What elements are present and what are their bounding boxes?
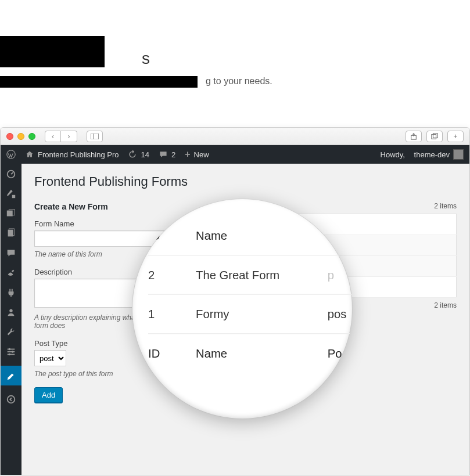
new-tab-button[interactable]: + — [447, 131, 464, 142]
svg-rect-0 — [91, 134, 98, 139]
svg-point-5 — [7, 150, 15, 158]
avatar — [453, 149, 464, 160]
close-window-button[interactable] — [6, 133, 13, 140]
menu-collapse[interactable] — [5, 394, 17, 405]
add-button[interactable]: Add — [34, 387, 63, 403]
minimize-window-button[interactable] — [17, 133, 24, 140]
comment-icon — [159, 150, 168, 159]
menu-pages[interactable] — [5, 228, 17, 239]
updates-link[interactable]: 14 — [128, 150, 149, 159]
menu-tools[interactable] — [5, 326, 17, 338]
menu-comments[interactable] — [5, 247, 17, 259]
menu-posts[interactable] — [5, 188, 17, 200]
back-button[interactable]: ‹ — [45, 131, 61, 142]
menu-users[interactable] — [5, 306, 17, 318]
traffic-lights — [6, 133, 35, 140]
updates-icon — [128, 150, 137, 159]
svg-rect-7 — [12, 195, 15, 198]
create-form-heading: Create a New Form — [34, 202, 185, 211]
svg-point-18 — [9, 354, 11, 356]
wp-adminbar: Frontend Publishing Pro 14 2 + New Howdy… — [1, 145, 469, 164]
new-content-link[interactable]: + New — [185, 149, 209, 160]
site-name-link[interactable]: Frontend Publishing Pro — [25, 150, 119, 159]
svg-point-17 — [12, 351, 14, 353]
mag-row-2: 1 Formy pos — [148, 295, 353, 334]
post-type-select[interactable]: post — [34, 350, 66, 366]
wp-logo-menu[interactable] — [6, 150, 16, 159]
svg-point-16 — [9, 348, 11, 351]
comments-link[interactable]: 2 — [159, 150, 175, 159]
magnifier-overlay: ID Name 2 The Great Form p 1 Formy pos — [132, 199, 353, 419]
sidebar-toggle-button[interactable] — [87, 131, 103, 142]
share-button[interactable] — [406, 131, 422, 142]
page-title: Frontend Publishing Forms — [34, 174, 457, 189]
marketing-subtext: g to your needs. — [0, 68, 470, 86]
svg-point-12 — [9, 309, 12, 312]
form-name-label: Form Name — [34, 219, 185, 228]
marketing-heading: s — [0, 0, 470, 68]
mag-footer-row: ID Name Po — [148, 334, 353, 372]
plus-icon: + — [185, 149, 190, 160]
tabs-button[interactable] — [426, 131, 443, 142]
svg-rect-3 — [432, 134, 436, 139]
menu-frontend-publishing[interactable] — [1, 366, 21, 385]
admin-side-menu — [1, 164, 21, 475]
menu-media[interactable] — [5, 208, 17, 219]
user-account-menu[interactable]: Howdy, theme-dev — [381, 149, 464, 160]
menu-settings[interactable] — [5, 346, 17, 358]
browser-window: ‹ › + Frontend Publishing Pro 14 — [0, 127, 470, 475]
menu-plugins[interactable] — [5, 287, 17, 298]
zoom-window-button[interactable] — [28, 133, 35, 140]
menu-dashboard[interactable] — [5, 168, 17, 180]
menu-appearance[interactable] — [5, 267, 17, 279]
svg-point-19 — [8, 396, 15, 403]
mag-row-1: 2 The Great Form p — [148, 255, 353, 295]
home-icon — [25, 150, 34, 159]
forward-button[interactable]: › — [61, 131, 77, 142]
svg-rect-4 — [433, 133, 437, 138]
browser-titlebar: ‹ › + — [1, 128, 469, 145]
